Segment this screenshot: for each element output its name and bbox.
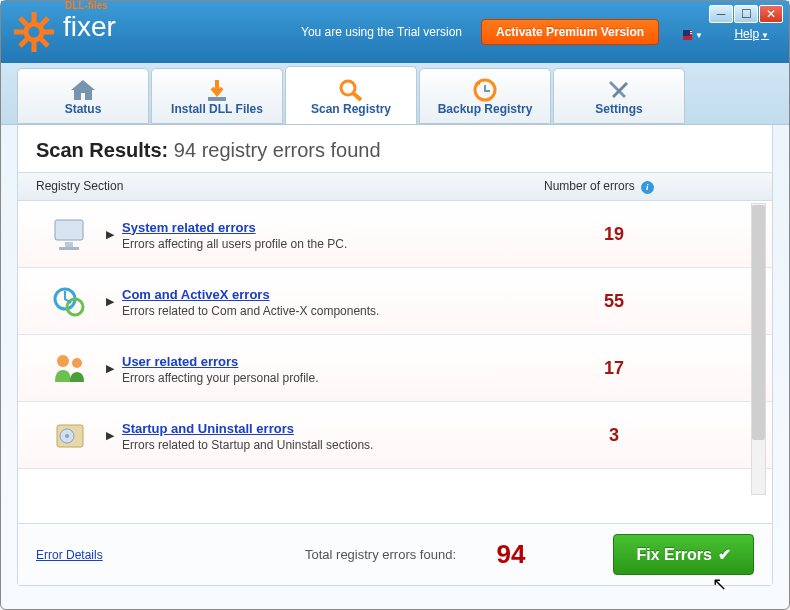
logo-text: fixer bbox=[63, 11, 116, 42]
category-link[interactable]: System related errors bbox=[122, 220, 256, 235]
logo-superscript: DLL-files bbox=[65, 1, 116, 11]
com-icon bbox=[36, 280, 106, 322]
svg-rect-14 bbox=[65, 242, 73, 247]
svg-line-7 bbox=[20, 39, 27, 46]
col-header-errors: Number of errorsi bbox=[544, 179, 754, 194]
fix-errors-button[interactable]: Fix Errors✔ bbox=[613, 534, 754, 575]
expand-arrow-icon[interactable]: ▶ bbox=[106, 228, 114, 241]
tab-scan-registry[interactable]: Scan Registry bbox=[285, 66, 417, 124]
svg-line-6 bbox=[41, 39, 48, 46]
svg-line-11 bbox=[353, 93, 361, 100]
svg-point-22 bbox=[65, 434, 69, 438]
language-selector[interactable]: ▼ bbox=[683, 29, 703, 41]
category-desc: Errors affecting all users profile on th… bbox=[122, 237, 544, 251]
svg-rect-9 bbox=[208, 97, 226, 101]
svg-rect-15 bbox=[59, 247, 79, 250]
titlebar: DLL-files fixer You are using the Trial … bbox=[1, 1, 789, 63]
system-icon bbox=[36, 213, 106, 255]
search-icon bbox=[336, 77, 366, 103]
table-row: ▶ Startup and Uninstall errorsErrors rel… bbox=[18, 402, 772, 469]
tab-label: Backup Registry bbox=[438, 102, 533, 116]
trial-version-label: You are using the Trial version bbox=[301, 25, 462, 39]
category-link[interactable]: Com and ActiveX errors bbox=[122, 287, 270, 302]
tab-install-dll[interactable]: Install DLL Files bbox=[151, 68, 283, 124]
users-icon bbox=[36, 347, 106, 389]
error-details-link[interactable]: Error Details bbox=[36, 548, 236, 562]
total-label: Total registry errors found: bbox=[236, 547, 456, 562]
startup-icon bbox=[36, 414, 106, 456]
home-icon bbox=[68, 77, 98, 103]
maximize-button[interactable]: ☐ bbox=[734, 5, 758, 23]
scrollbar[interactable] bbox=[751, 203, 766, 495]
tab-label: Settings bbox=[595, 102, 642, 116]
scroll-thumb[interactable] bbox=[752, 205, 765, 440]
results-header: Registry Section Number of errorsi bbox=[18, 172, 772, 201]
total-count: 94 bbox=[456, 539, 566, 570]
error-count: 19 bbox=[544, 224, 754, 245]
check-icon: ✔ bbox=[718, 546, 731, 563]
category-desc: Errors affecting your personal profile. bbox=[122, 371, 544, 385]
expand-arrow-icon[interactable]: ▶ bbox=[106, 429, 114, 442]
error-count: 3 bbox=[544, 425, 754, 446]
backup-icon bbox=[470, 77, 500, 103]
tab-status[interactable]: Status bbox=[17, 68, 149, 124]
table-row: ▶ Com and ActiveX errorsErrors related t… bbox=[18, 268, 772, 335]
tab-label: Scan Registry bbox=[311, 102, 391, 116]
scan-results-heading: Scan Results: 94 registry errors found bbox=[18, 139, 772, 172]
error-count: 55 bbox=[544, 291, 754, 312]
svg-point-10 bbox=[341, 81, 355, 95]
expand-arrow-icon[interactable]: ▶ bbox=[106, 362, 114, 375]
svg-point-18 bbox=[57, 355, 69, 367]
expand-arrow-icon[interactable]: ▶ bbox=[106, 295, 114, 308]
svg-point-0 bbox=[26, 24, 42, 40]
category-desc: Errors related to Com and Active-X compo… bbox=[122, 304, 544, 318]
table-row: ▶ System related errorsErrors affecting … bbox=[18, 201, 772, 268]
download-icon bbox=[202, 77, 232, 103]
tab-label: Install DLL Files bbox=[171, 102, 263, 116]
results-footer: Error Details Total registry errors foun… bbox=[18, 523, 772, 585]
category-link[interactable]: User related errors bbox=[122, 354, 238, 369]
info-icon[interactable]: i bbox=[641, 181, 654, 194]
help-menu[interactable]: Help▼ bbox=[734, 27, 769, 41]
svg-line-5 bbox=[20, 18, 27, 25]
table-row: ▶ User related errorsErrors affecting yo… bbox=[18, 335, 772, 402]
content-panel: Scan Results: 94 registry errors found R… bbox=[17, 125, 773, 586]
close-button[interactable]: ✕ bbox=[759, 5, 783, 23]
error-count: 17 bbox=[544, 358, 754, 379]
app-window: DLL-files fixer You are using the Trial … bbox=[0, 0, 790, 610]
tab-bar: Status Install DLL Files Scan Registry B… bbox=[1, 63, 789, 125]
minimize-button[interactable]: ─ bbox=[709, 5, 733, 23]
svg-rect-13 bbox=[55, 220, 83, 240]
activate-premium-button[interactable]: Activate Premium Version bbox=[481, 19, 659, 45]
tab-label: Status bbox=[65, 102, 102, 116]
col-header-section: Registry Section bbox=[36, 179, 544, 194]
svg-line-8 bbox=[41, 18, 48, 25]
tab-backup-registry[interactable]: Backup Registry bbox=[419, 68, 551, 124]
logo-icon bbox=[11, 9, 57, 55]
category-link[interactable]: Startup and Uninstall errors bbox=[122, 421, 294, 436]
app-logo: DLL-files fixer bbox=[11, 9, 116, 55]
category-desc: Errors related to Startup and Uninstall … bbox=[122, 438, 544, 452]
results-rows: ▶ System related errorsErrors affecting … bbox=[18, 201, 772, 491]
flag-us-icon bbox=[683, 30, 692, 40]
svg-point-19 bbox=[72, 358, 82, 368]
tab-settings[interactable]: Settings bbox=[553, 68, 685, 124]
tools-icon bbox=[604, 77, 634, 103]
